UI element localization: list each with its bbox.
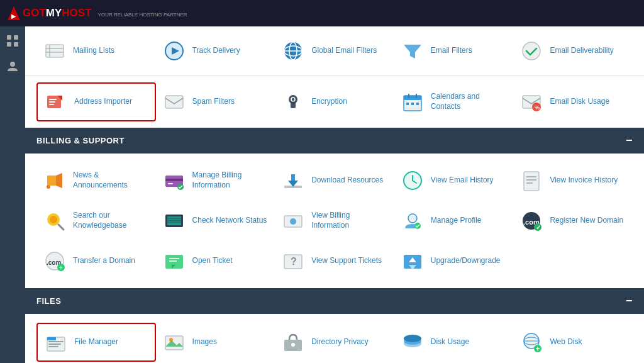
manage-profile-item[interactable]: Manage Profile	[394, 203, 514, 239]
encryption-icon	[281, 90, 305, 114]
svg-rect-84	[47, 337, 56, 340]
web-disk-icon	[519, 330, 543, 354]
svg-rect-7	[46, 45, 64, 57]
encryption-label: Encryption	[311, 97, 347, 107]
spam-filters-label: Spam Filters	[192, 97, 235, 107]
email-filters-item[interactable]: Email Filters	[394, 33, 514, 69]
grid-icon[interactable]	[4, 33, 21, 49]
svg-rect-74	[165, 255, 183, 269]
address-importer-icon	[44, 90, 68, 114]
check-network-status-icon	[162, 209, 186, 233]
billing-section-title: BILLING & SUPPORT	[36, 136, 125, 145]
directory-privacy-item[interactable]: Directory Privacy	[275, 323, 394, 362]
spam-filters-item[interactable]: Spam Filters	[156, 82, 275, 121]
directory-privacy-label: Directory Privacy	[311, 337, 369, 347]
news-announcements-icon	[43, 169, 67, 193]
upgrade-downgrade-item[interactable]: Upgrade/Downgrade	[394, 243, 514, 279]
mailing-lists-item[interactable]: Mailing Lists	[36, 33, 156, 69]
encryption-item[interactable]: Encryption	[275, 82, 394, 121]
address-importer-label: Address Importer	[74, 97, 132, 107]
view-billing-information-item[interactable]: View Billing Information	[275, 203, 394, 239]
svg-point-95	[404, 335, 421, 342]
mailing-lists-label: Mailing Lists	[73, 46, 114, 56]
images-item[interactable]: Images	[156, 323, 275, 362]
svg-point-92	[291, 343, 295, 347]
svg-point-62	[290, 218, 296, 225]
billing-section-header[interactable]: BILLING & SUPPORT −	[25, 128, 644, 154]
email-deliverability-item[interactable]: Email Deliverability	[513, 33, 633, 69]
manage-billing-item[interactable]: Manage Billing Information	[156, 162, 275, 199]
view-support-tickets-item[interactable]: ? View Support Tickets	[275, 243, 394, 279]
billing-collapse-icon: −	[626, 134, 633, 147]
svg-rect-57	[167, 216, 181, 225]
view-invoice-history-item[interactable]: View Invoice History	[513, 162, 633, 199]
download-resources-label: Download Resources	[311, 176, 383, 186]
download-resources-icon	[281, 169, 305, 193]
email-disk-usage-item[interactable]: % Email Disk Usage	[513, 82, 633, 121]
register-new-domain-item[interactable]: .com ✓ Register New Domain	[513, 203, 633, 239]
file-manager-icon	[44, 330, 68, 354]
global-email-filters-item[interactable]: Global Email Filters	[275, 33, 394, 69]
images-icon	[162, 330, 186, 354]
file-manager-item[interactable]: File Manager	[36, 323, 156, 362]
logo[interactable]: ▶ GOTMYHOST YOUR RELIABLE HOSTING PARTNE…	[8, 6, 187, 20]
global-email-filters-label: Global Email Filters	[311, 46, 377, 56]
email-section-top: Mailing Lists Track Delivery	[25, 26, 644, 76]
track-delivery-label: Track Delivery	[192, 46, 240, 56]
user-icon[interactable]	[4, 58, 21, 74]
billing-section: BILLING & SUPPORT − News & Announcements	[25, 128, 644, 288]
svg-rect-85	[48, 341, 64, 342]
svg-rect-43	[168, 183, 173, 184]
open-ticket-label: Open Ticket	[192, 256, 233, 266]
open-ticket-item[interactable]: Open Ticket	[156, 243, 275, 279]
transfer-domain-item[interactable]: .com + Transfer a Domain	[36, 243, 156, 279]
svg-rect-4	[7, 42, 11, 47]
email-filters-label: Email Filters	[431, 46, 472, 56]
svg-point-6	[10, 62, 15, 67]
svg-rect-23	[49, 104, 54, 105]
files-section-title: FILES	[36, 296, 61, 306]
web-disk-label: Web Disk	[550, 337, 582, 347]
header: ▶ GOTMYHOST YOUR RELIABLE HOSTING PARTNE…	[0, 0, 644, 26]
calendars-contacts-item[interactable]: Calendars and Contacts	[394, 82, 514, 121]
check-network-status-label: Check Network Status	[192, 216, 267, 226]
download-resources-item[interactable]: Download Resources	[275, 162, 394, 199]
spam-filters-icon	[162, 90, 186, 114]
svg-rect-86	[48, 343, 61, 345]
global-email-filters-icon	[281, 39, 305, 63]
address-importer-item[interactable]: Address Importer	[36, 82, 156, 121]
check-network-status-item[interactable]: Check Network Status	[156, 203, 275, 239]
email-deliverability-label: Email Deliverability	[550, 46, 613, 56]
news-announcements-item[interactable]: News & Announcements	[36, 162, 156, 199]
disk-usage-icon	[401, 330, 425, 354]
view-email-history-icon	[401, 169, 425, 193]
svg-rect-2	[7, 35, 11, 40]
main-content: Mailing Lists Track Delivery	[25, 26, 644, 363]
track-delivery-item[interactable]: Track Delivery	[156, 33, 275, 69]
svg-marker-39	[56, 173, 62, 188]
view-email-history-label: View Email History	[431, 176, 494, 186]
files-section: FILES − File Manager	[25, 288, 644, 363]
svg-text:✓: ✓	[536, 224, 541, 231]
track-delivery-icon	[162, 39, 186, 63]
svg-rect-87	[48, 346, 58, 347]
disk-usage-item[interactable]: Disk Usage	[394, 323, 514, 362]
svg-text:+: +	[59, 264, 63, 271]
manage-profile-icon	[401, 209, 425, 233]
upgrade-downgrade-icon	[401, 249, 425, 273]
svg-rect-24	[165, 96, 183, 108]
view-email-history-item[interactable]: View Email History	[394, 162, 514, 199]
svg-rect-33	[411, 103, 414, 105]
files-section-header[interactable]: FILES −	[25, 288, 644, 314]
svg-rect-21	[49, 99, 57, 100]
file-manager-label: File Manager	[74, 337, 118, 347]
sidebar	[0, 26, 25, 363]
transfer-domain-label: Transfer a Domain	[73, 256, 135, 266]
search-knowledgebase-item[interactable]: Search our Knowledgebase	[36, 203, 156, 239]
svg-rect-29	[404, 96, 421, 100]
mailing-lists-icon	[43, 39, 67, 63]
register-new-domain-icon: .com ✓	[519, 209, 543, 233]
svg-point-18	[523, 42, 540, 60]
manage-billing-label: Manage Billing Information	[192, 170, 269, 190]
web-disk-item[interactable]: Web Disk	[513, 323, 633, 362]
